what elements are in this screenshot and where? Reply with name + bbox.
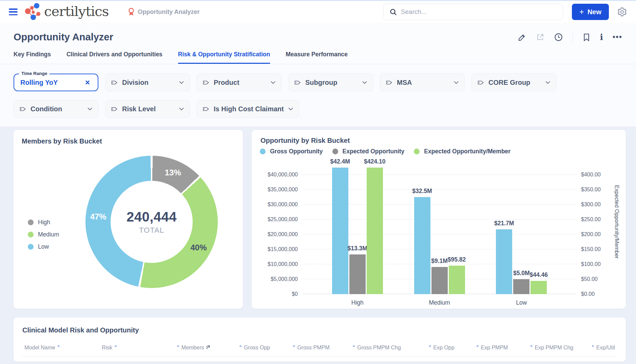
column-header-label: Exp/Util [596,345,615,350]
breadcrumb[interactable]: Opportunity Analyzer [128,7,199,16]
column-header-exp-pmpm[interactable]: ⌃ Exp PMPM [457,342,510,357]
filter-chip-label: MSA [397,79,412,87]
filter-chip-risk-level[interactable]: Risk Level [105,100,190,118]
legend-label: Expected Opportunity [343,148,405,155]
hamburger-menu-icon[interactable] [9,8,18,15]
left-axis-tick: $25,000,000 [268,216,298,223]
tab-key-findings[interactable]: Key Findings [14,51,51,64]
new-button[interactable]: + New [572,4,609,20]
column-header-exp-opp[interactable]: ⌃ Exp Opp [403,342,457,357]
cell-model-name: Low Back Surgery [22,357,100,362]
filter-panel: Time Range Rolling YoY ✕ DivisionProduct… [0,64,636,127]
bar-expected-opportunity[interactable]: $5.0M [513,279,529,294]
column-header-members[interactable]: ⌃ Members [153,342,213,357]
search-box[interactable] [383,4,563,20]
info-icon[interactable]: i [600,33,603,41]
filter-chip-msa[interactable]: MSA [380,74,465,91]
filter-chip-core-group[interactable]: CORE Group [471,74,556,91]
ellipsis-icon[interactable]: ••• [613,36,622,39]
bar-expected-opportunity[interactable]: $13.3M [349,254,366,294]
tag-icon [386,79,393,86]
column-header-gross-pmpm[interactable]: ⌃ Gross PMPM [272,342,331,357]
bar-value-label: $5.0M [513,270,530,277]
external-link-icon[interactable] [536,33,544,41]
cell-exp-pmpm: $2.34 [457,357,510,362]
tab-risk-opportunity-stratification[interactable]: Risk & Opportunity Stratification [178,51,270,64]
bar-value-label: $13.3M [348,245,367,252]
donut-slice-label: 13% [165,168,181,177]
column-header-label: Model Name [24,345,55,350]
tab-bar: Key FindingsClinical Drivers and Opportu… [0,43,636,64]
filter-time-range[interactable]: Time Range Rolling YoY ✕ [14,74,98,91]
close-icon[interactable]: ✕ [83,77,92,88]
column-header-label: Exp PMPM Chg [535,345,573,350]
bar-chart: $40,000,000$35,000,000$30,000,000$25,000… [259,155,620,306]
column-header-label: Risk [102,345,112,350]
history-icon[interactable] [554,33,563,42]
legend-dot-icon [28,244,34,250]
bar-group-medium: $32.5M$9.1M$95.82 [412,197,467,294]
column-header-exp-util[interactable]: ⌃ Exp/Util [575,342,617,357]
filter-chip-subgroup[interactable]: Subgroup [288,74,373,91]
sort-caret-icon: ⌃ [352,345,356,350]
column-header-gross-pmpm-chg[interactable]: ⌃ Gross PMPM Chg [332,342,403,357]
column-header-risk[interactable]: Risk ⌃ [100,342,153,357]
left-axis-tick: $35,000,000 [268,187,298,193]
tag-icon [19,106,26,113]
filter-chip-division[interactable]: Division [105,74,190,91]
left-axis-tick: $40,000,000 [268,172,298,178]
table-row[interactable]: Low Back SurgeryHigh9,777$14,935,052$7.4… [22,357,617,362]
right-axis-tick: $200.00 [581,231,601,237]
filter-chip-label: Product [214,79,239,87]
search-icon [390,8,397,16]
legend-item-expected-opportunity-member: Expected Opportunity/Member [414,148,510,155]
bar-gross-opportunity[interactable]: $42.4M [332,168,348,294]
award-icon [128,7,135,16]
bar-value-label: $44.46 [529,271,548,279]
tab-clinical-drivers-and-opportunities[interactable]: Clinical Drivers and Opportunities [66,51,162,64]
bar-value-label: $42.4M [330,158,350,165]
cell-exp-opp: $4,710,929 [403,357,457,362]
filter-chip-condition[interactable]: Condition [14,100,98,118]
drill-icon [206,345,211,351]
right-axis-title: Expected Opportunity/Member [614,185,620,258]
logo-mark-icon [24,3,41,21]
right-axis: $400.00$350.00$300.00$250.00$200.00$150.… [577,162,610,294]
bar-expected-opportunity-member[interactable]: $44.46 [531,281,547,294]
search-input[interactable] [401,8,557,16]
donut-chart[interactable]: 240,444 TOTAL 13%40%47% [85,156,218,288]
bar-expected-opportunity[interactable]: $9.1M [431,267,448,294]
edit-icon[interactable] [518,33,526,42]
chevron-down-icon [87,107,93,111]
filter-chip-product[interactable]: Product [197,74,282,91]
gear-icon[interactable] [617,7,627,17]
filter-chip-is-high-cost-claimant[interactable]: Is High Cost Claimant [197,100,299,118]
column-header-label: Exp Opp [433,345,454,350]
bar-gross-opportunity[interactable]: $32.5M [414,197,430,294]
divider [573,33,573,42]
sort-caret-icon: ⌃ [428,345,432,350]
column-header-label: Gross PMPM Chg [357,345,401,350]
sort-caret-icon: ⌃ [239,345,243,350]
left-axis-tick: $5,000,000 [271,276,298,282]
column-header-model-name[interactable]: Model Name ⌃ [22,342,100,357]
bar-chart-legend: Gross OpportunityExpected OpportunityExp… [260,148,620,155]
bar-groups: $42.4M$13.3M$424.10$32.5M$9.1M$95.82$21.… [303,162,576,294]
tab-measure-performance[interactable]: Measure Performance [286,51,348,64]
bar-expected-opportunity-member[interactable]: $424.10 [367,168,383,294]
column-header-gross-opp[interactable]: ⌃ Gross Opp [213,342,272,357]
page-title: Opportunity Analyzer [14,32,113,43]
bar-expected-opportunity-member[interactable]: $95.82 [449,266,465,294]
tag-icon [203,79,210,86]
column-header-exp-pmpm-chg[interactable]: ⌃ Exp PMPM Chg [510,342,575,357]
legend-item-gross-opportunity: Gross Opportunity [260,148,323,155]
bar-value-label: $32.5M [412,188,432,195]
category-label-medium: Medium [412,299,467,306]
donut-total-value: 240,444 [127,209,177,225]
plus-icon: + [579,8,584,16]
legend-item-medium: Medium [28,231,59,238]
bar-gross-opportunity[interactable]: $21.7M [496,229,512,294]
bookmark-icon[interactable] [582,33,591,42]
chevron-down-icon [270,81,276,84]
brand-logo[interactable]: certilytics [24,3,109,21]
